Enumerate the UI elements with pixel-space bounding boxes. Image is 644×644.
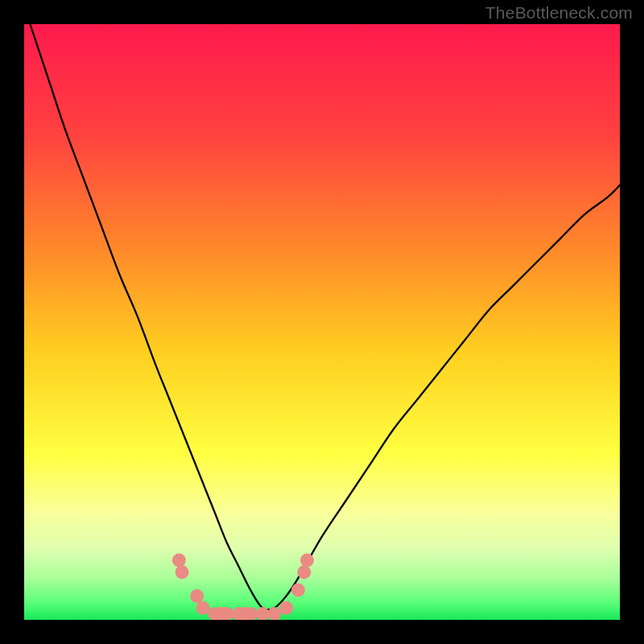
marker-dot xyxy=(297,565,311,579)
bottleneck-curve xyxy=(30,24,620,610)
marker-cluster xyxy=(172,554,314,621)
chart-frame: TheBottleneck.com xyxy=(0,0,644,644)
marker-dot xyxy=(291,584,305,597)
marker-dot xyxy=(196,601,210,615)
plot-area xyxy=(24,24,620,620)
marker-dot xyxy=(172,554,186,568)
chart-curves xyxy=(24,24,620,620)
marker-dot xyxy=(300,554,314,568)
marker-dot xyxy=(279,601,293,615)
marker-dot xyxy=(175,565,189,579)
marker-dot xyxy=(190,589,204,603)
watermark-label: TheBottleneck.com xyxy=(485,3,633,23)
